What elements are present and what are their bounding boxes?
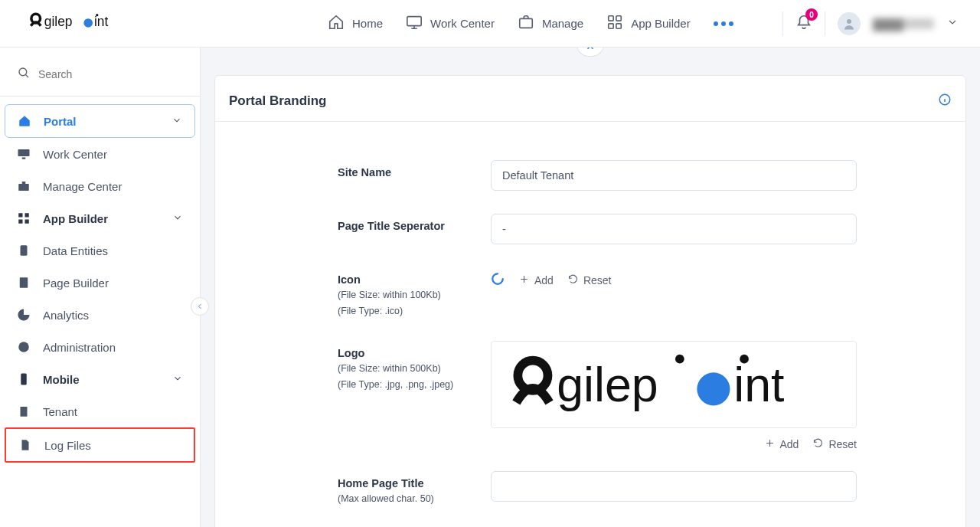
grid-icon — [17, 211, 31, 225]
sidebar-item-label: Work Center — [43, 148, 183, 161]
sidebar-item-label: Tenant — [43, 405, 183, 418]
user-name: ████ — [873, 18, 934, 29]
sidebar-search[interactable] — [0, 55, 200, 96]
sidebar-item-mobile[interactable]: Mobile — [5, 363, 195, 395]
home-icon — [328, 14, 345, 33]
sidebar-item-tenant[interactable]: Tenant — [5, 395, 195, 427]
sidebar-item-label: Page Builder — [43, 277, 183, 290]
logo-reset-button[interactable]: Reset — [812, 437, 857, 451]
panel-header: Portal Branding — [215, 76, 965, 122]
header-right: 0 ████ — [782, 11, 959, 36]
svg-rect-13 — [18, 149, 30, 156]
chevron-down-icon — [172, 115, 182, 128]
separator-label: Page Title Seperator — [338, 220, 491, 232]
nav-manage[interactable]: Manage — [518, 14, 583, 33]
separator-input[interactable] — [491, 214, 857, 244]
icon-hint-size: (File Size: within 100Kb) — [338, 289, 491, 302]
svg-text:gilep: gilep — [44, 14, 73, 29]
chevron-down-icon — [172, 373, 183, 386]
grid-icon — [606, 14, 623, 33]
svg-rect-15 — [18, 184, 29, 191]
sidebar-item-analytics[interactable]: Analytics — [5, 299, 195, 331]
sidebar-item-manage-center[interactable]: Manage Center — [5, 170, 195, 202]
svg-point-23 — [18, 342, 29, 352]
logo-hint-type: (File Type: .jpg, .png, .jpeg) — [338, 378, 491, 391]
nav-app-builder[interactable]: App Builder — [606, 14, 691, 33]
sidebar-item-page-builder[interactable]: Page Builder — [5, 267, 195, 299]
add-label: Add — [780, 438, 799, 450]
divider — [782, 11, 783, 36]
info-icon[interactable] — [938, 93, 952, 109]
nav-manage-label: Manage — [542, 17, 583, 30]
svg-rect-17 — [18, 213, 22, 217]
nav-home[interactable]: Home — [328, 14, 383, 33]
icon-reset-button[interactable]: Reset — [567, 273, 612, 287]
home-title-input[interactable] — [491, 471, 857, 502]
site-name-input[interactable] — [491, 160, 857, 191]
nav-app-builder-label: App Builder — [631, 17, 691, 30]
sidebar-item-log-files[interactable]: Log Files — [5, 427, 195, 463]
sidebar-item-label: App Builder — [43, 212, 160, 225]
svg-rect-6 — [520, 18, 533, 28]
nav-more[interactable] — [714, 21, 733, 26]
portal-branding-panel: Portal Branding Site Name Page Title Sep… — [214, 75, 966, 527]
sidebar-item-label: Manage Center — [43, 180, 183, 193]
svg-rect-8 — [616, 16, 621, 21]
logo-add-button[interactable]: Add — [764, 437, 799, 451]
database-icon — [17, 244, 31, 257]
divider — [825, 11, 825, 36]
nav-work-center[interactable]: Work Center — [406, 14, 495, 33]
svg-rect-21 — [21, 245, 28, 256]
collapse-header-button[interactable] — [577, 47, 604, 57]
user-avatar[interactable] — [838, 12, 861, 35]
phone-icon — [17, 372, 31, 386]
reset-icon — [812, 437, 824, 451]
svg-point-31 — [740, 355, 749, 364]
svg-point-29 — [697, 372, 730, 405]
svg-point-4 — [96, 14, 98, 16]
home-icon — [18, 114, 31, 128]
user-menu-toggle[interactable] — [946, 16, 959, 31]
plus-icon — [518, 273, 530, 287]
field-separator: Page Title Seperator — [338, 214, 935, 244]
svg-rect-22 — [20, 277, 28, 288]
site-name-label: Site Name — [338, 166, 491, 178]
search-input[interactable] — [38, 68, 183, 80]
sidebar-item-administration[interactable]: Administration — [5, 331, 195, 363]
svg-rect-14 — [22, 158, 26, 159]
notifications-button[interactable]: 0 — [795, 14, 812, 33]
chevron-down-icon — [172, 212, 183, 225]
plus-icon — [764, 437, 776, 451]
monitor-icon — [406, 14, 423, 33]
add-label: Add — [534, 274, 554, 286]
svg-point-12 — [19, 68, 27, 76]
svg-text:int: int — [94, 14, 109, 29]
logo-hint-size: (File Size: within 500Kb) — [338, 362, 491, 375]
collapse-sidebar-button[interactable] — [191, 297, 209, 316]
app-logo: gilep int — [21, 8, 140, 38]
app-header: gilep int Home Work Center Manage App Bu… — [0, 0, 980, 47]
panel-title: Portal Branding — [229, 93, 327, 109]
reset-label: Reset — [583, 274, 612, 286]
favicon-preview — [491, 272, 505, 288]
field-logo: Logo (File Size: within 500Kb) (File Typ… — [338, 341, 935, 451]
svg-rect-25 — [21, 407, 28, 417]
sidebar-item-label: Log Files — [44, 439, 181, 452]
field-icon: Icon (File Size: within 100Kb) (File Typ… — [338, 267, 935, 318]
sidebar-item-portal[interactable]: Portal — [5, 104, 195, 138]
monitor-icon — [17, 147, 31, 161]
sidebar-item-work-center[interactable]: Work Center — [5, 138, 195, 170]
logo-preview: gilep int — [491, 341, 857, 428]
svg-rect-19 — [18, 220, 22, 224]
svg-point-2 — [83, 18, 93, 28]
sidebar-item-data-entities[interactable]: Data Entities — [5, 234, 195, 267]
svg-text:int: int — [733, 357, 784, 411]
svg-rect-5 — [407, 17, 421, 26]
home-title-label: Home Page Title — [338, 477, 491, 489]
svg-point-32 — [675, 355, 684, 364]
icon-add-button[interactable]: Add — [518, 273, 554, 287]
field-home-title: Home Page Title (Max allowed char. 50) — [338, 471, 935, 506]
sidebar-item-app-builder[interactable]: App Builder — [5, 202, 195, 234]
svg-text:gilep: gilep — [557, 357, 658, 411]
search-icon — [17, 66, 31, 82]
